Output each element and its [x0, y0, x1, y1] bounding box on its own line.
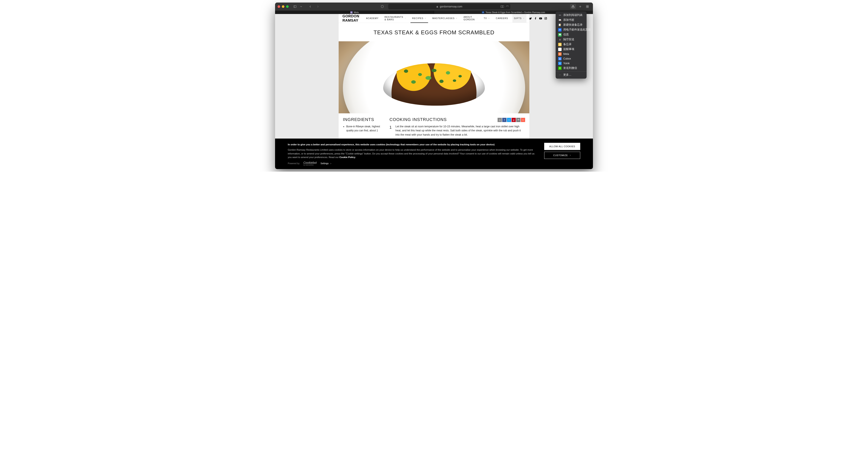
- menu-item-label: Mela: [563, 53, 569, 56]
- share-menu-item-book[interactable]: 📖添加书签: [556, 18, 587, 23]
- powered-by-label: Powered by: [288, 162, 300, 165]
- share-pinterest-button[interactable]: p: [512, 118, 516, 122]
- zoom-window-button[interactable]: [286, 5, 289, 8]
- nav-back-button[interactable]: [307, 4, 313, 9]
- cookie-settings-button[interactable]: Settings: [321, 162, 332, 165]
- hero-image: [339, 41, 529, 113]
- ingredient-item: Bone-in Ribeye steak, highest quality yo…: [346, 125, 385, 132]
- nav-label: GIFTS: [514, 17, 522, 20]
- menu-separator: [556, 71, 587, 72]
- svg-rect-7: [588, 7, 589, 8]
- nav-item-tv[interactable]: TV: [482, 14, 491, 23]
- nav-item-masterclasses[interactable]: MASTERCLASSES: [431, 14, 459, 23]
- new-tab-button[interactable]: [577, 4, 583, 9]
- mela-icon: M: [558, 52, 562, 56]
- nav-label: CAREERS: [496, 17, 508, 20]
- sidebar-toggle-chevron[interactable]: [300, 4, 303, 9]
- menu-item-label: 用电子邮件发送此页面: [563, 28, 591, 32]
- step-text: Let the steak sit at room temperature fo…: [396, 125, 525, 137]
- share-email-button[interactable]: ✉: [516, 118, 521, 122]
- favicon-icon: M: [350, 11, 352, 13]
- nav-item-recipes[interactable]: RECIPES: [410, 14, 428, 23]
- share-print-button[interactable]: ⎙: [498, 118, 502, 122]
- share-menu-item-more[interactable]: ⋯更多…: [556, 72, 587, 77]
- share-row: ⎙ftp✉+: [498, 118, 525, 122]
- nav-item-academy[interactable]: ACADEMY: [365, 14, 380, 23]
- cookie-policy-link[interactable]: Cookie Policy: [340, 156, 355, 158]
- nav-label: ACADEMY: [366, 17, 379, 20]
- reload-button[interactable]: [506, 5, 508, 8]
- chevron-down-icon: [424, 17, 426, 19]
- menu-item-label: Cubox: [563, 57, 571, 60]
- cubox-icon: ■: [558, 57, 562, 60]
- share-menu-item-cubox[interactable]: ■Cubox: [556, 56, 587, 61]
- ingredients-list: Bone-in Ribeye steak, highest quality yo…: [343, 125, 385, 132]
- tab-title: Mela: [354, 11, 359, 13]
- wechat-icon: ✇: [558, 66, 562, 70]
- chevron-down-icon: [488, 17, 490, 19]
- nav-item-restaurants-bars[interactable]: RESTAURANTS & BARS: [383, 14, 408, 23]
- nav-forward-button[interactable]: [315, 4, 321, 9]
- cooking-step: 1Let the steak sit at room temperature f…: [390, 125, 525, 137]
- share-menu-item-glasses[interactable]: 👓添加到阅读列表: [556, 13, 587, 18]
- menu-item-label: 隔空投送: [563, 38, 574, 41]
- minimize-window-button[interactable]: [282, 5, 284, 8]
- sidebar-toggle-button[interactable]: [292, 4, 298, 9]
- cookie-body-text: Gordon Ramsay Restaurants Limited uses c…: [288, 149, 534, 158]
- tab-overview-button[interactable]: [585, 4, 590, 9]
- tab-mela[interactable]: M Mela: [275, 10, 434, 14]
- share-menu-item-notes[interactable]: ▤备忘录: [556, 42, 587, 47]
- nav-item-about-gordon[interactable]: ABOUT GORDON: [462, 14, 479, 23]
- svg-rect-4: [586, 5, 587, 6]
- share-facebook-button[interactable]: f: [502, 118, 506, 122]
- share-menu-item-mela[interactable]: MMela: [556, 52, 587, 56]
- share-menu-item-wechat[interactable]: ✇发送到微信: [556, 66, 587, 70]
- svg-rect-5: [588, 5, 589, 6]
- customize-cookies-button[interactable]: CUSTOMIZE: [544, 152, 580, 159]
- more-icon: ⋯: [558, 73, 562, 77]
- nav-item-careers[interactable]: CAREERS: [494, 14, 510, 23]
- translate-button[interactable]: [500, 5, 504, 8]
- reminders-icon: ⦿: [558, 48, 562, 51]
- cookie-lead-text: In order to give you a better and person…: [288, 143, 495, 146]
- tab-title: Texas Steak & Eggs from Scrambled » Gord…: [486, 11, 545, 13]
- url-bar[interactable]: gordonramsay.com: [388, 4, 510, 9]
- chevron-down-icon: [456, 17, 458, 19]
- share-menu-item-messages[interactable]: 💬信息: [556, 32, 587, 37]
- share-menu-item-note-new[interactable]: 📝新建快速备忘录: [556, 23, 587, 27]
- instructions-column: COOKING INSTRUCTIONS ⎙ftp✉+ 1Let the ste…: [390, 117, 525, 137]
- cooking-heading: COOKING INSTRUCTIONS: [390, 117, 447, 122]
- cookie-banner: In order to give you a better and person…: [275, 138, 593, 169]
- page-viewport: GORDON RAMSAY ACADEMYRESTAURANTS & BARSR…: [275, 14, 593, 169]
- youtube-icon[interactable]: [539, 17, 542, 20]
- cookiebot-logo[interactable]: Cookiebot by Usercentrics: [303, 161, 317, 166]
- share-menu-item-airdrop[interactable]: ◎隔空投送: [556, 37, 587, 42]
- share-more-button[interactable]: +: [521, 118, 525, 122]
- glasses-icon: 👓: [558, 13, 562, 17]
- window-controls: [278, 5, 289, 8]
- share-twitter-button[interactable]: t: [507, 118, 511, 122]
- favicon-icon: GR: [482, 11, 484, 13]
- twitter-icon[interactable]: [529, 17, 532, 20]
- share-menu-item-reminders[interactable]: ⦿提醒事项: [556, 47, 587, 52]
- share-menu-item-yoink[interactable]: ⬇Yoink: [556, 61, 587, 66]
- share-menu: 👓添加到阅读列表📖添加书签📝新建快速备忘录✉用电子邮件发送此页面💬信息◎隔空投送…: [556, 11, 587, 79]
- nav-label: ABOUT GORDON: [463, 16, 475, 21]
- facebook-icon[interactable]: [534, 17, 537, 20]
- menu-item-label: 更多…: [563, 73, 571, 77]
- close-window-button[interactable]: [278, 5, 280, 8]
- privacy-report-button[interactable]: [379, 4, 385, 9]
- messages-icon: 💬: [558, 33, 562, 36]
- nav-item-gifts[interactable]: GIFTS: [513, 14, 526, 23]
- page-title: TEXAS STEAK & EGGS FROM SCRAMBLED: [339, 23, 529, 41]
- svg-rect-0: [294, 5, 296, 7]
- share-menu-item-mail[interactable]: ✉用电子邮件发送此页面: [556, 27, 587, 32]
- share-button[interactable]: [570, 4, 576, 9]
- allow-cookies-button[interactable]: ALLOW ALL COOKIES: [544, 143, 580, 150]
- instagram-icon[interactable]: [544, 17, 547, 20]
- step-number: 1: [390, 125, 393, 137]
- site-logo[interactable]: GORDON RAMSAY: [342, 14, 360, 23]
- nav-label: MASTERCLASSES: [432, 17, 455, 20]
- nav-label: TV: [484, 17, 487, 20]
- browser-window: gordonramsay.com M Mela: [275, 3, 593, 169]
